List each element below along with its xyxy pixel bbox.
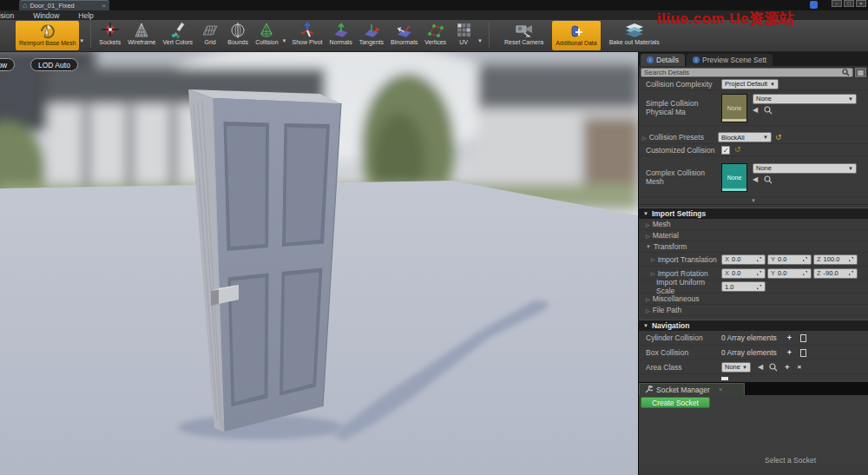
- bounds-button[interactable]: Bounds: [224, 20, 252, 50]
- expander-icon: ▷: [646, 296, 650, 302]
- use-selected-asset-icon[interactable]: ◀: [758, 363, 763, 371]
- normals-icon: [331, 21, 352, 40]
- use-selected-asset-icon[interactable]: ◀: [753, 106, 758, 114]
- row-complex-collision-mesh: Complex Collision Mesh None None▼ ◀: [639, 158, 868, 197]
- menu-help[interactable]: Help: [69, 11, 102, 20]
- maximize-button[interactable]: □: [844, 0, 854, 7]
- expander-icon: ▷: [646, 221, 650, 228]
- show-menu-button[interactable]: Show: [0, 58, 15, 71]
- tab-close-icon[interactable]: ×: [719, 386, 722, 393]
- expander-icon[interactable]: ▷: [642, 135, 647, 141]
- reset-to-default-icon[interactable]: ↺: [775, 134, 782, 142]
- add-array-element-icon[interactable]: +: [787, 333, 792, 342]
- area-class-dropdown[interactable]: None▼: [721, 362, 751, 373]
- expander-icon: ▷: [646, 307, 650, 313]
- collision-presets-dropdown[interactable]: BlockAll▼: [718, 132, 772, 142]
- import-translation-z[interactable]: Z100.0: [813, 254, 858, 265]
- row-material[interactable]: ▷ Material: [639, 230, 868, 241]
- row-mesh[interactable]: ▷ Mesh: [639, 219, 868, 230]
- vertices-button[interactable]: Vertices: [421, 20, 450, 50]
- clear-icon[interactable]: ×: [797, 363, 801, 371]
- menu-collision[interactable]: Collision: [0, 11, 23, 20]
- browse-asset-icon[interactable]: [764, 175, 773, 184]
- row-cylinder-collision: Cylinder Collision 0 Array elements +: [639, 331, 868, 346]
- expander-icon: ▼: [646, 244, 651, 249]
- expand-category-chevron[interactable]: ▼: [639, 197, 868, 205]
- uv-button[interactable]: UV: [450, 20, 477, 50]
- grid-button[interactable]: Grid: [196, 20, 224, 50]
- section-import-settings[interactable]: ▼ Import Settings: [639, 208, 868, 219]
- row-import-uniform-scale: Import Uniform Scale 1.0: [639, 280, 868, 294]
- collision-complexity-dropdown[interactable]: Project Default▼: [721, 79, 779, 89]
- app-icon: [810, 1, 818, 9]
- import-uniform-scale-input[interactable]: 1.0: [721, 281, 766, 292]
- import-rotation-z[interactable]: Z-90.0: [813, 268, 858, 279]
- simple-collision-dropdown[interactable]: None▼: [753, 94, 857, 104]
- close-button[interactable]: ×: [856, 0, 866, 7]
- customized-collision-checkbox[interactable]: ✓: [721, 146, 730, 155]
- import-rotation-y[interactable]: Y0.0: [767, 268, 812, 279]
- row-collision-complexity: Collision Complexity Project Default▼: [639, 78, 868, 90]
- import-rotation-x[interactable]: X0.0: [721, 268, 766, 279]
- lod-auto-button[interactable]: LOD Auto: [30, 58, 78, 71]
- collision-icon: [256, 21, 277, 40]
- collision-button[interactable]: Collision: [252, 20, 281, 50]
- create-socket-button[interactable]: Create Socket: [641, 397, 710, 408]
- browse-asset-icon[interactable]: [769, 363, 778, 372]
- uv-dropdown-caret[interactable]: ▼: [477, 38, 483, 43]
- show-pivot-icon: [297, 21, 318, 40]
- simple-collision-thumbnail[interactable]: None: [721, 94, 747, 122]
- menu-window[interactable]: Window: [23, 11, 69, 20]
- sockets-button[interactable]: Sockets: [95, 20, 124, 50]
- clipped-checkbox[interactable]: [721, 377, 728, 380]
- reset-to-default-icon[interactable]: ↺: [734, 146, 741, 154]
- reimport-base-mesh-button[interactable]: Reimport Base Mesh: [16, 21, 79, 50]
- import-translation-x[interactable]: X0.0: [721, 254, 766, 265]
- expander-icon[interactable]: ▷: [651, 270, 655, 276]
- row-transform[interactable]: ▼ Transform: [639, 241, 868, 253]
- complex-collision-thumbnail[interactable]: None: [721, 163, 747, 192]
- duplicate-array-icon[interactable]: [800, 334, 806, 342]
- viewport-3d[interactable]: Show LOD Auto: [0, 52, 638, 475]
- collision-dropdown-caret[interactable]: ▼: [282, 38, 287, 43]
- complex-collision-dropdown[interactable]: None▼: [753, 163, 857, 174]
- tab-close-icon[interactable]: ×: [102, 2, 106, 10]
- view-options-button[interactable]: ▦: [855, 68, 866, 77]
- tangents-button[interactable]: Tangents: [356, 20, 387, 50]
- normals-button[interactable]: Normals: [326, 20, 356, 50]
- reset-camera-button[interactable]: Reset Camera: [501, 20, 547, 50]
- add-icon[interactable]: +: [785, 363, 789, 372]
- spin-arrows-icon: [848, 256, 854, 262]
- section-expanded-icon: ▼: [643, 211, 648, 216]
- asset-tab[interactable]: ⌂ Door_01_Fixed ×: [19, 0, 109, 10]
- spin-arrows-icon: [756, 256, 762, 262]
- row-miscellaneous[interactable]: ▷ Miscellaneous: [639, 294, 868, 305]
- door-mesh[interactable]: [188, 89, 341, 432]
- tab-details[interactable]: i Details: [641, 54, 685, 66]
- row-file-path[interactable]: ▷ File Path: [639, 305, 868, 316]
- reimport-dropdown-caret[interactable]: ▼: [79, 38, 84, 43]
- vert-colors-button[interactable]: Vert Colors: [160, 20, 197, 50]
- spin-arrows-icon: [848, 270, 854, 276]
- add-array-element-icon[interactable]: +: [787, 348, 792, 357]
- row-area-class: Area Class None▼ ◀ + ×: [639, 360, 868, 374]
- row-collision-presets: ▷ Collision Presets BlockAll▼ ↺: [639, 131, 868, 144]
- bake-out-materials-button[interactable]: Bake out Materials: [606, 20, 663, 50]
- duplicate-array-icon[interactable]: [800, 349, 806, 357]
- section-navigation[interactable]: ▼ Navigation: [639, 320, 868, 331]
- use-selected-asset-icon[interactable]: ◀: [753, 175, 758, 183]
- binormals-button[interactable]: Binormals: [387, 20, 421, 50]
- additional-data-button[interactable]: Additional Data: [552, 21, 600, 50]
- bounds-icon: [227, 21, 248, 40]
- tab-socket-manager[interactable]: Socket Manager ×: [639, 383, 745, 395]
- browse-asset-icon[interactable]: [764, 106, 773, 115]
- static-mesh-editor-window: ⌂ Door_01_Fixed × – □ × Collision Window…: [0, 0, 868, 475]
- wireframe-button[interactable]: Wireframe: [124, 20, 159, 50]
- show-pivot-button[interactable]: Show Pivot: [289, 20, 326, 50]
- minimize-button[interactable]: –: [832, 0, 842, 7]
- expander-icon[interactable]: ▷: [651, 256, 655, 262]
- search-details-input[interactable]: Search Details: [641, 68, 853, 77]
- tab-preview-scene-settings[interactable]: i Preview Scene Sett: [687, 54, 773, 66]
- import-translation-y[interactable]: Y0.0: [767, 254, 812, 265]
- search-row: Search Details ▦: [639, 66, 868, 78]
